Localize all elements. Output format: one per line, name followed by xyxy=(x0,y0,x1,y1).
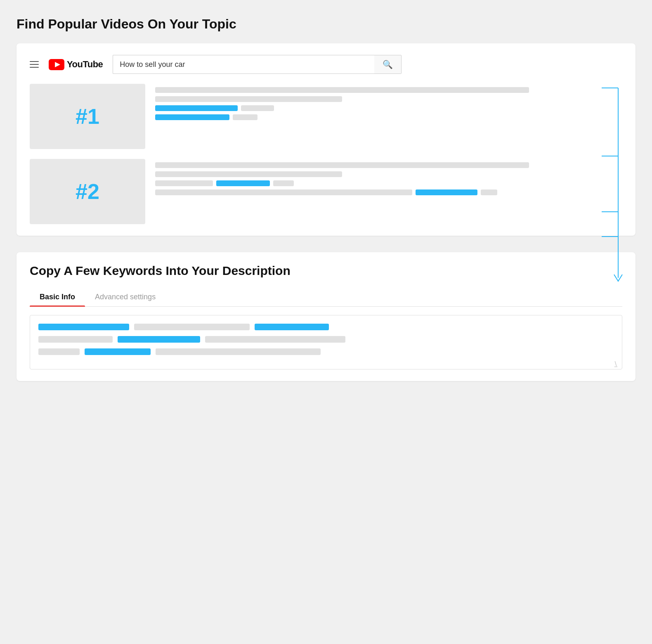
desc-keyword-blue xyxy=(38,324,129,330)
keyword-bar-blue xyxy=(155,114,229,120)
desc-row-1 xyxy=(38,324,614,330)
youtube-logo-icon xyxy=(49,59,64,70)
desc-row-2 xyxy=(38,336,614,343)
keyword-bar-blue xyxy=(216,180,270,186)
search-bar[interactable]: 🔍 xyxy=(113,55,402,74)
desc-bar-gray xyxy=(134,324,250,330)
keyword-bar-gray xyxy=(155,180,213,186)
page-title: Find Popular Videos On Your Topic xyxy=(17,17,635,32)
search-input[interactable] xyxy=(113,55,374,74)
desc-bar-gray xyxy=(38,348,80,355)
video-meta-1 xyxy=(155,84,622,120)
tab-advanced[interactable]: Advanced settings xyxy=(85,288,165,306)
video-item-1: #1 xyxy=(30,84,622,149)
video-rank-1: #1 xyxy=(76,104,99,129)
hamburger-menu[interactable] xyxy=(30,61,39,68)
meta-bar xyxy=(155,162,529,168)
keyword-row-3 xyxy=(155,180,622,186)
video-rank-2: #2 xyxy=(76,179,99,204)
tab-basic-info[interactable]: Basic Info xyxy=(30,288,85,306)
keyword-bar-blue xyxy=(416,189,477,195)
section2-title: Copy A Few Keywords Into Your Descriptio… xyxy=(30,264,622,278)
keyword-bar-gray xyxy=(155,189,412,195)
desc-keyword-blue xyxy=(118,336,200,343)
keyword-bar-blue xyxy=(155,105,238,111)
video-thumbnail-2: #2 xyxy=(30,159,145,224)
youtube-logo: YouTube xyxy=(49,59,103,70)
youtube-wordmark: YouTube xyxy=(67,59,103,70)
video-meta-2 xyxy=(155,159,622,195)
desc-keyword-blue xyxy=(85,348,151,355)
desc-keyword-blue xyxy=(255,324,329,330)
description-box[interactable]: ∖̲ xyxy=(30,315,622,369)
meta-bar xyxy=(155,87,529,93)
keyword-row-2 xyxy=(155,114,622,120)
resize-handle[interactable]: ∖̲ xyxy=(614,361,619,367)
keyword-bar-gray xyxy=(273,180,294,186)
youtube-section: YouTube 🔍 #1 xyxy=(17,43,635,236)
meta-bar xyxy=(155,171,342,177)
keywords-section: Copy A Few Keywords Into Your Descriptio… xyxy=(17,252,635,381)
video-results: #1 #2 xyxy=(30,84,622,224)
keyword-bar-gray xyxy=(233,114,257,120)
search-button[interactable]: 🔍 xyxy=(374,55,402,74)
youtube-header: YouTube 🔍 xyxy=(30,55,622,74)
video-item-2: #2 xyxy=(30,159,622,224)
video-thumbnail-1: #1 xyxy=(30,84,145,149)
keyword-bar-gray xyxy=(481,189,497,195)
desc-row-3 xyxy=(38,348,614,355)
desc-bar-gray xyxy=(205,336,345,343)
desc-bar-gray xyxy=(156,348,321,355)
keyword-row-4 xyxy=(155,189,622,195)
meta-bar xyxy=(155,96,342,102)
keyword-row-1 xyxy=(155,105,622,111)
search-icon: 🔍 xyxy=(383,60,393,69)
desc-bar-gray xyxy=(38,336,113,343)
keyword-bar-gray xyxy=(241,105,274,111)
tabs-bar: Basic Info Advanced settings xyxy=(30,288,622,307)
